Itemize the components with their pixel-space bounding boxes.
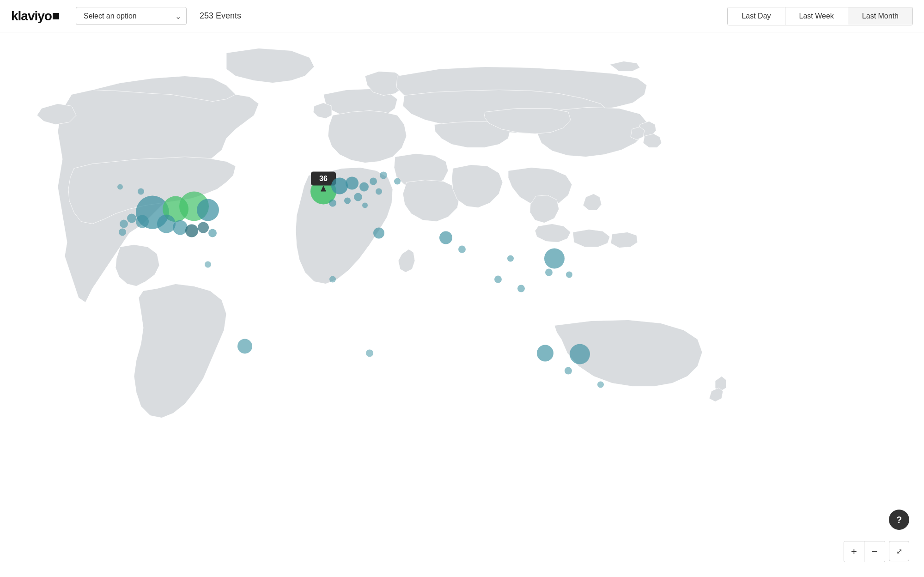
- bubble-india[interactable]: [439, 231, 452, 244]
- bubble-usa-teal2[interactable]: [197, 199, 219, 221]
- bubble-russia1[interactable]: [380, 172, 387, 179]
- bubble-usa-sm4[interactable]: [119, 229, 126, 236]
- last-month-button[interactable]: Last Month: [848, 7, 912, 25]
- bubble-usa-med1[interactable]: [157, 215, 176, 233]
- bubble-australia2[interactable]: [570, 344, 590, 364]
- bubble-russia2[interactable]: [394, 178, 401, 185]
- logo-square: [53, 13, 59, 19]
- bubble-australia3[interactable]: [565, 367, 572, 375]
- bubble-japan[interactable]: [566, 272, 572, 278]
- map-controls: ? + − ⤢: [844, 510, 909, 562]
- last-week-button[interactable]: Last Week: [785, 7, 848, 25]
- bubble-carib[interactable]: [205, 261, 211, 268]
- bubble-australia1[interactable]: [537, 345, 553, 362]
- bubble-china2[interactable]: [545, 269, 553, 276]
- bubble-usa-med2[interactable]: [173, 220, 188, 235]
- help-button[interactable]: ?: [889, 510, 909, 530]
- bubble-middleeast[interactable]: [373, 228, 384, 239]
- bubble-africa[interactable]: [329, 276, 336, 283]
- bubble-europe-sm3[interactable]: [354, 193, 362, 201]
- expand-button[interactable]: ⤢: [889, 541, 909, 561]
- bubble-europe-sm1[interactable]: [359, 182, 369, 192]
- zoom-controls: + −: [844, 541, 885, 562]
- world-map[interactable]: .land { fill: #d9dcdf; stroke: #fff; str…: [0, 32, 924, 577]
- bubble-usa-dark2[interactable]: [198, 222, 209, 233]
- zoom-out-button[interactable]: −: [864, 541, 885, 562]
- bubble-usa-sm7[interactable]: [117, 184, 123, 190]
- bubble-europe-sm7[interactable]: [362, 203, 368, 208]
- header: klaviyo Select an option ⌄ 253 Events La…: [0, 0, 924, 32]
- bubble-europe-sm4[interactable]: [344, 198, 351, 204]
- zoom-in-button[interactable]: +: [844, 541, 864, 562]
- bubble-europe-med2[interactable]: [346, 177, 359, 190]
- bubble-usa-sm6[interactable]: [138, 188, 144, 195]
- select-wrapper: Select an option ⌄: [76, 7, 187, 25]
- map-container: .land { fill: #d9dcdf; stroke: #fff; str…: [0, 32, 924, 577]
- bubble-seasia1[interactable]: [458, 246, 466, 253]
- bubble-china[interactable]: [544, 249, 565, 269]
- time-controls: Last Day Last Week Last Month: [727, 7, 913, 25]
- bubble-europe-sm2[interactable]: [370, 178, 377, 185]
- last-day-button[interactable]: Last Day: [728, 7, 785, 25]
- logo-text: klaviyo: [11, 9, 52, 24]
- bubble-usa-sm2[interactable]: [127, 214, 136, 223]
- option-select[interactable]: Select an option: [76, 7, 187, 25]
- bubble-europe-sm6[interactable]: [376, 188, 382, 195]
- bubble-seasia3[interactable]: [507, 255, 514, 262]
- bubble-newzealand[interactable]: [597, 382, 604, 388]
- bubble-safrica[interactable]: [366, 350, 373, 357]
- tooltip-text: 36: [319, 175, 328, 182]
- bubble-seasia2[interactable]: [494, 276, 502, 283]
- bubble-usa-sm3[interactable]: [120, 220, 128, 228]
- bubble-usa-sm5[interactable]: [208, 229, 217, 237]
- bubble-europe-med1[interactable]: [331, 178, 348, 194]
- bubble-usa-dark1[interactable]: [185, 225, 198, 237]
- bubble-seasia4[interactable]: [517, 285, 525, 292]
- bubble-usa-sm1[interactable]: [136, 215, 149, 228]
- bubble-europe-sm5[interactable]: [329, 200, 336, 207]
- events-count: 253 Events: [200, 11, 241, 21]
- logo: klaviyo: [11, 9, 59, 24]
- bubble-southam[interactable]: [237, 339, 252, 354]
